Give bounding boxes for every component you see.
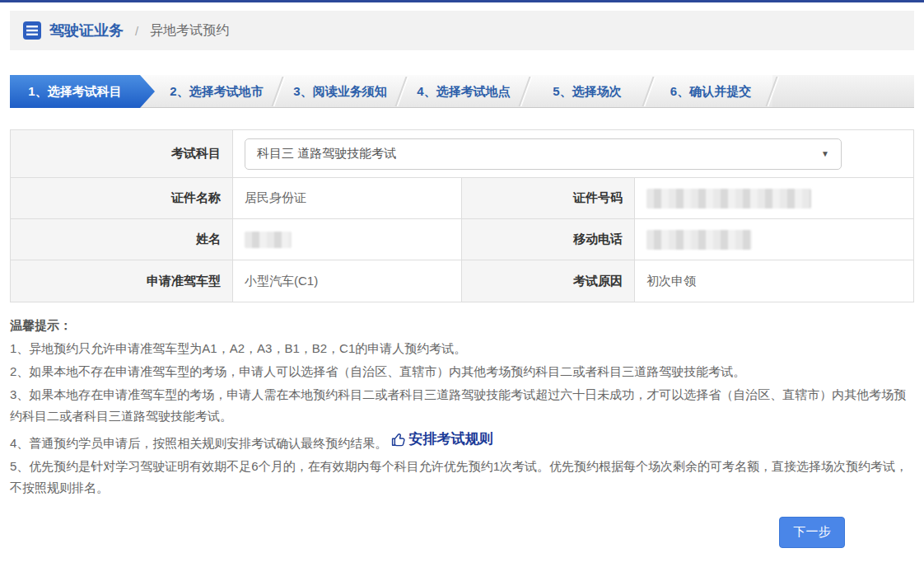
service-category-title[interactable]: 驾驶证业务	[49, 21, 124, 40]
breadcrumb: 驾驶证业务 / 异地考试预约	[10, 11, 914, 50]
breadcrumb-separator: /	[135, 24, 138, 38]
exam-rules-link[interactable]: 安排考试规则	[391, 429, 493, 450]
wizard-steps: 1、选择考试科目 2、选择考试地市 3、阅读业务须知 4、选择考试地点 5、选择…	[10, 75, 914, 108]
thumbs-up-icon	[391, 432, 407, 448]
id-type-value: 居民身份证	[233, 178, 462, 219]
action-bar: 下一步	[10, 517, 914, 548]
id-number-cell	[635, 178, 913, 219]
chevron-down-icon: ▼	[821, 149, 829, 158]
steps-filler	[772, 75, 914, 107]
id-number-label: 证件号码	[462, 178, 635, 219]
name-label: 姓名	[11, 219, 233, 260]
id-type-label: 证件名称	[11, 178, 233, 219]
tips-title: 温馨提示：	[10, 315, 914, 336]
exam-reason-value: 初次申领	[635, 260, 913, 302]
phone-cell	[635, 219, 913, 260]
step-tab-3-label: 3、阅读业务须知	[293, 84, 386, 98]
next-step-button[interactable]: 下一步	[779, 517, 845, 548]
tips-section: 温馨提示： 1、异地预约只允许申请准驾车型为A1，A2，A3，B1，B2，C1的…	[10, 315, 914, 499]
exam-subject-select[interactable]: 科目三 道路驾驶技能考试 ▼	[245, 138, 842, 170]
step-tab-6-label: 6、确认并提交	[670, 84, 751, 98]
vehicle-type-label: 申请准驾车型	[11, 260, 233, 302]
vehicle-type-value: 小型汽车(C1)	[233, 260, 462, 302]
step-tab-5: 5、选择场次	[525, 75, 649, 108]
tip-item-5: 5、优先预约是针对学习驾驶证明有效期不足6个月的，在有效期内每个科目允许优先预约…	[10, 456, 914, 499]
exam-reason-label: 考试原因	[462, 260, 635, 302]
tip-item-4-text: 4、普通预约学员申请后，按照相关规则安排考试确认最终预约结果。	[10, 436, 387, 450]
exam-subject-cell: 科目三 道路驾驶技能考试 ▼	[233, 130, 913, 178]
menu-list-icon	[23, 21, 41, 40]
tip-item-2: 2、如果本地不存在申请准驾车型的考场，申请人可以选择省（自治区、直辖市）内其他考…	[10, 361, 914, 382]
step-tab-3: 3、阅读业务须知	[278, 75, 402, 108]
tip-item-4: 4、普通预约学员申请后，按照相关规则安排考试确认最终预约结果。 安排考试规则	[10, 429, 914, 454]
name-cell	[233, 219, 462, 260]
id-number-redacted-value	[646, 189, 811, 209]
step-tab-5-label: 5、选择场次	[553, 84, 621, 98]
phone-redacted-value	[646, 230, 752, 250]
top-accent-line	[0, 0, 924, 2]
step-tab-4-label: 4、选择考试地点	[417, 84, 510, 98]
applicant-info-table: 考试科目 科目三 道路驾驶技能考试 ▼ 证件名称 居民身份证 证件号码 姓名 移…	[10, 129, 914, 302]
tip-item-1: 1、异地预约只允许申请准驾车型为A1，A2，A3，B1，B2，C1的申请人预约考…	[10, 338, 914, 359]
phone-label: 移动电话	[462, 219, 635, 260]
exam-subject-label: 考试科目	[11, 130, 233, 178]
step-tab-1: 1、选择考试科目	[10, 75, 155, 108]
name-redacted-value	[245, 232, 292, 248]
step-tab-2: 2、选择考试地市	[155, 75, 278, 108]
step-tab-4: 4、选择考试地点	[402, 75, 525, 108]
exam-subject-selected-value: 科目三 道路驾驶技能考试	[257, 146, 396, 162]
page-title: 异地考试预约	[150, 22, 229, 40]
step-tab-2-label: 2、选择考试地市	[170, 84, 263, 98]
step-tab-6: 6、确认并提交	[649, 75, 772, 108]
tip-item-3: 3、如果本地存在申请准驾车型的考场，申请人需在本地预约科目二或者科目三道路驾驶技…	[10, 384, 914, 427]
exam-rules-link-label: 安排考试规则	[409, 429, 493, 450]
